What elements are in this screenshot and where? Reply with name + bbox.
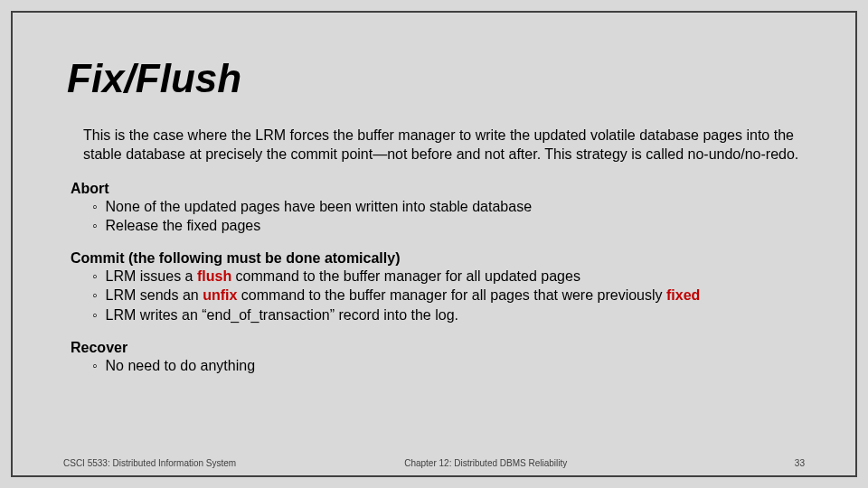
intro-paragraph: This is the case where the LRM forces th… <box>71 127 801 164</box>
slide-frame: Fix/Flush This is the case where the LRM… <box>11 11 857 477</box>
footer-left: CSCI 5533: Distributed Information Syste… <box>63 458 404 468</box>
keyword-fixed: fixed <box>666 287 700 303</box>
slide-title: Fix/Flush <box>67 56 801 101</box>
recover-heading: Recover <box>71 340 801 356</box>
footer-mid: Chapter 12: Distributed DBMS Reliability <box>404 458 745 468</box>
abort-bullet-1: None of the updated pages have been writ… <box>71 197 801 217</box>
section-commit: Commit (the following must be done atomi… <box>71 250 801 325</box>
abort-bullet-2: Release the fixed pages <box>71 216 801 236</box>
abort-heading: Abort <box>71 181 801 197</box>
footer: CSCI 5533: Distributed Information Syste… <box>63 458 805 468</box>
keyword-flush: flush <box>197 268 231 284</box>
footer-page-number: 33 <box>745 458 805 468</box>
commit-bullet-1: LRM issues a flush command to the buffer… <box>71 267 801 286</box>
commit-heading: Commit (the following must be done atomi… <box>71 250 801 267</box>
commit-bullet-2: LRM sends an unfix command to the buffer… <box>71 286 801 305</box>
section-abort: Abort None of the updated pages have bee… <box>71 181 801 236</box>
section-recover: Recover No need to do anything <box>71 340 801 376</box>
commit-bullet-3: LRM writes an “end_of_transaction” recor… <box>71 305 801 325</box>
recover-bullet-1: No need to do anything <box>71 356 801 376</box>
keyword-unfix: unfix <box>203 287 237 303</box>
